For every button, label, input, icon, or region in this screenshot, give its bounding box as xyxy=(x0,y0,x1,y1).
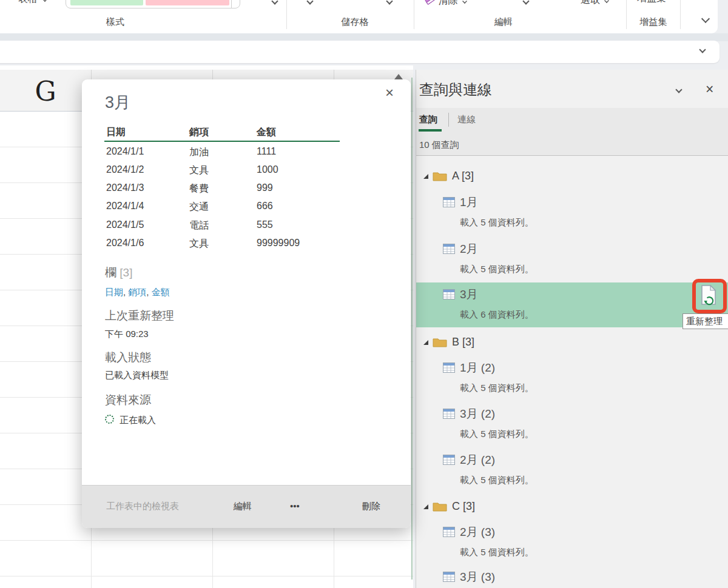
delete-button[interactable]: 刪除 xyxy=(362,501,380,512)
last-refresh-value: 下午 09:23 xyxy=(105,329,149,340)
refresh-tooltip: 重新整理 xyxy=(682,313,728,329)
query-name: 3月 (3) xyxy=(460,569,495,585)
table-cell: 交通 xyxy=(189,201,209,213)
query-detail: 載入 6 個資料列。 xyxy=(460,309,534,321)
expand-triangle-icon[interactable] xyxy=(423,504,429,510)
table-icon xyxy=(443,455,455,465)
expand-triangle-icon[interactable] xyxy=(423,339,429,346)
load-status-header: 載入狀態 xyxy=(105,350,151,366)
table-icon xyxy=(443,244,455,254)
pane-chevron-down-icon[interactable] xyxy=(675,86,682,93)
table-cell: 文具 xyxy=(189,164,209,177)
group-letter: B xyxy=(452,336,459,348)
table-icon xyxy=(443,409,455,419)
data-source-value: 正在載入 xyxy=(120,415,156,426)
dropdown-chevron-icon[interactable] xyxy=(386,0,393,5)
style-good-swatch[interactable] xyxy=(70,0,143,5)
group-letter: C xyxy=(452,500,460,512)
table-cell: 餐費 xyxy=(189,182,209,195)
table-cell: 1111 xyxy=(257,146,276,157)
data-source-header: 資料來源 xyxy=(105,392,151,408)
style-bad-swatch[interactable] xyxy=(146,0,229,5)
query-name: 1月 xyxy=(460,195,478,210)
cell-styles-gallery[interactable] xyxy=(66,0,240,8)
pane-title: 查詢與連線 xyxy=(419,80,492,99)
preview-col-header: 日期 xyxy=(106,126,126,139)
select-label: 選取 xyxy=(581,0,600,5)
gallery-more-button[interactable] xyxy=(231,0,240,8)
format-as-table-button[interactable]: 表格 xyxy=(18,0,47,5)
chevron-down-icon xyxy=(604,0,609,3)
column-header-g[interactable]: G xyxy=(0,76,91,107)
scrollbar-up-arrow[interactable] xyxy=(394,74,403,79)
dropdown-chevron-icon[interactable] xyxy=(271,0,278,5)
queries-connections-pane: 查詢與連線 × 查詢 連線 10 個查詢 A [3] 1月 載入 5 個資料列。 xyxy=(416,70,728,588)
query-name: 2月 (2) xyxy=(460,452,495,468)
pane-close-icon[interactable]: × xyxy=(706,81,713,98)
close-icon[interactable]: × xyxy=(385,84,394,101)
chevron-down-icon xyxy=(462,0,467,4)
table-cell: 2024/1/5 xyxy=(106,219,144,230)
columns-count: [3] xyxy=(120,266,132,279)
formula-bar[interactable] xyxy=(0,41,720,63)
query-group-c[interactable]: C [3] xyxy=(416,499,728,517)
query-count: 10 個查詢 xyxy=(419,139,459,151)
group-label-cells: 儲存格 xyxy=(322,16,388,28)
group-label-styles: 樣式 xyxy=(82,16,149,28)
dropdown-chevron-icon[interactable] xyxy=(306,0,313,5)
addins-button[interactable]: 增益集 xyxy=(637,0,666,5)
header-underline xyxy=(104,141,340,142)
group-label-addins: 增益集 xyxy=(620,16,687,28)
query-group-b[interactable]: B [3] xyxy=(416,335,728,353)
tab-divider xyxy=(448,113,449,127)
table-cell: 999 xyxy=(257,182,273,193)
chevron-down-icon xyxy=(42,0,47,2)
group-letter: A xyxy=(452,170,459,182)
table-cell: 1000 xyxy=(257,164,278,175)
column-link[interactable]: 日期 xyxy=(105,287,123,297)
view-in-sheet-button: 工作表中的檢視表 xyxy=(106,501,179,512)
edit-button[interactable]: 編輯 xyxy=(234,501,252,512)
more-options-button[interactable]: ••• xyxy=(290,501,300,511)
query-detail: 載入 5 個資料列。 xyxy=(460,429,534,440)
table-icon xyxy=(443,572,455,582)
columns-links: 日期, 銷項, 金額 xyxy=(105,287,170,298)
query-detail: 載入 5 個資料列。 xyxy=(460,383,534,394)
popup-footer: 工作表中的檢視表 編輯 ••• 刪除 xyxy=(82,485,411,528)
group-name: B [3] xyxy=(452,336,474,349)
group-name: A [3] xyxy=(452,170,474,182)
column-link[interactable]: 金額 xyxy=(152,287,170,297)
group-separator xyxy=(414,0,414,29)
table-cell: 文具 xyxy=(189,238,209,250)
clear-button[interactable]: 清除 xyxy=(425,0,467,7)
expand-triangle-icon[interactable] xyxy=(423,173,429,179)
table-cell: 666 xyxy=(257,201,273,212)
query-detail: 載入 5 個資料列。 xyxy=(460,264,534,275)
dropdown-chevron-icon[interactable] xyxy=(522,0,529,5)
last-refresh-header: 上次重新整理 xyxy=(105,308,174,324)
format-as-table-label: 表格 xyxy=(18,0,38,4)
tab-queries[interactable]: 查詢 xyxy=(419,114,437,125)
query-group-a[interactable]: A [3] xyxy=(416,169,728,187)
collapse-ribbon-chevron-icon[interactable] xyxy=(701,15,710,23)
columns-label: 欄 xyxy=(105,266,116,279)
pane-tab-strip: 查詢 連線 10 個查詢 xyxy=(416,108,728,156)
preview-col-header: 銷項 xyxy=(189,126,209,139)
annotation-highlight-box xyxy=(692,279,727,313)
column-link[interactable]: 銷項 xyxy=(128,287,146,297)
table-icon xyxy=(443,289,455,299)
query-name: 1月 (2) xyxy=(460,360,495,376)
query-detail: 載入 5 個資料列。 xyxy=(460,217,534,229)
query-name: 3月 xyxy=(460,287,478,302)
table-cell: 2024/1/4 xyxy=(106,201,144,212)
expand-formula-bar-chevron-icon[interactable] xyxy=(699,46,706,53)
query-name: 2月 (3) xyxy=(460,524,495,540)
group-label-editing: 編輯 xyxy=(470,16,537,28)
load-status-value: 已載入資料模型 xyxy=(105,370,169,381)
table-cell: 2024/1/3 xyxy=(106,182,144,193)
group-separator xyxy=(680,0,681,29)
select-button[interactable]: 選取 xyxy=(581,0,609,7)
table-icon xyxy=(443,527,455,537)
tab-connections[interactable]: 連線 xyxy=(457,114,476,125)
group-count: [3] xyxy=(462,336,474,348)
